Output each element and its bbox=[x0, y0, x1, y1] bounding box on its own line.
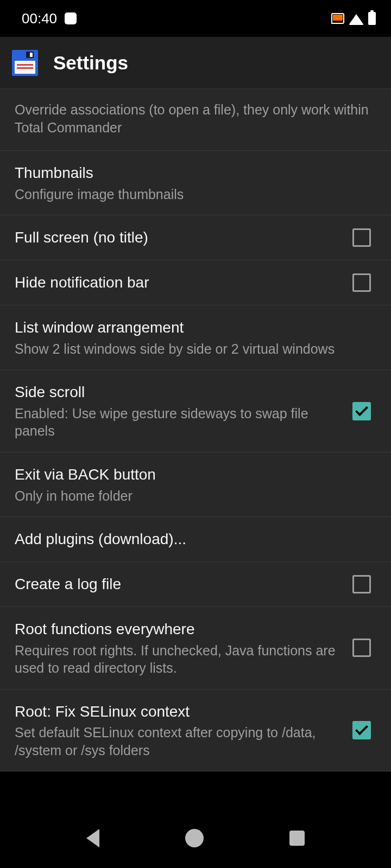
checkbox-create-log-file[interactable] bbox=[352, 575, 371, 593]
setting-exit-back-button[interactable]: Exit via BACK button Only in home folder bbox=[0, 452, 391, 517]
setting-hide-notification-bar[interactable]: Hide notification bar bbox=[0, 260, 391, 305]
setting-title: Root functions everywhere bbox=[15, 619, 344, 640]
setting-override-associations[interactable]: Override associations (to open a file), … bbox=[0, 89, 391, 151]
setting-title: Add plugins (download)... bbox=[15, 529, 376, 550]
battery-icon bbox=[368, 12, 376, 25]
setting-subtitle: Requires root rights. If unchecked, Java… bbox=[15, 642, 344, 677]
setting-subtitle: Only in home folder bbox=[15, 487, 376, 505]
status-right bbox=[331, 12, 376, 25]
wifi-icon bbox=[349, 14, 364, 25]
setting-full-screen[interactable]: Full screen (no title) bbox=[0, 215, 391, 260]
setting-subtitle: Show 2 list windows side by side or 2 vi… bbox=[15, 340, 376, 358]
setting-list-window-arrangement[interactable]: List window arrangement Show 2 list wind… bbox=[0, 305, 391, 370]
checkbox-side-scroll[interactable] bbox=[352, 402, 371, 420]
status-bar: 00:40 bbox=[0, 0, 391, 37]
floppy-disk-icon bbox=[12, 50, 38, 76]
nav-home-icon[interactable] bbox=[185, 829, 204, 847]
setting-root-functions-everywhere[interactable]: Root functions everywhere Requires root … bbox=[0, 607, 391, 690]
setting-subtitle: Set default SELinux context after copyin… bbox=[15, 724, 344, 759]
status-left: 00:40 bbox=[22, 10, 77, 27]
clock: 00:40 bbox=[22, 10, 57, 27]
setting-title: Create a log file bbox=[15, 574, 344, 595]
settings-list[interactable]: Override associations (to open a file), … bbox=[0, 89, 391, 771]
navigation-bar bbox=[0, 808, 391, 868]
setting-subtitle: Configure image thumbnails bbox=[15, 186, 376, 203]
checkbox-full-screen[interactable] bbox=[352, 228, 371, 247]
setting-title: List window arrangement bbox=[15, 317, 376, 338]
nav-back-icon[interactable] bbox=[86, 829, 99, 847]
notification-indicator-icon bbox=[65, 12, 77, 24]
setting-title: Thumbnails bbox=[15, 163, 376, 183]
checkbox-hide-notification-bar[interactable] bbox=[352, 273, 371, 292]
cast-icon bbox=[331, 13, 344, 24]
page-title: Settings bbox=[53, 52, 128, 74]
setting-title: Exit via BACK button bbox=[15, 464, 376, 485]
setting-create-log-file[interactable]: Create a log file bbox=[0, 562, 391, 607]
setting-side-scroll[interactable]: Side scroll Enabled: Use wipe gesture si… bbox=[0, 370, 391, 452]
setting-subtitle: Enabled: Use wipe gesture sideways to sw… bbox=[15, 405, 344, 440]
checkbox-root-fix-selinux[interactable] bbox=[352, 721, 371, 739]
setting-thumbnails[interactable]: Thumbnails Configure image thumbnails bbox=[0, 151, 391, 215]
setting-root-fix-selinux[interactable]: Root: Fix SELinux context Set default SE… bbox=[0, 690, 391, 772]
setting-title: Root: Fix SELinux context bbox=[15, 701, 344, 722]
nav-recent-icon[interactable] bbox=[289, 831, 305, 846]
setting-title: Hide notification bar bbox=[15, 272, 344, 293]
header: Settings bbox=[0, 37, 391, 89]
checkbox-root-functions-everywhere[interactable] bbox=[352, 639, 371, 657]
setting-title: Full screen (no title) bbox=[15, 227, 344, 248]
setting-add-plugins[interactable]: Add plugins (download)... bbox=[0, 517, 391, 562]
setting-subtitle: Override associations (to open a file), … bbox=[15, 101, 376, 136]
setting-title: Side scroll bbox=[15, 382, 344, 403]
